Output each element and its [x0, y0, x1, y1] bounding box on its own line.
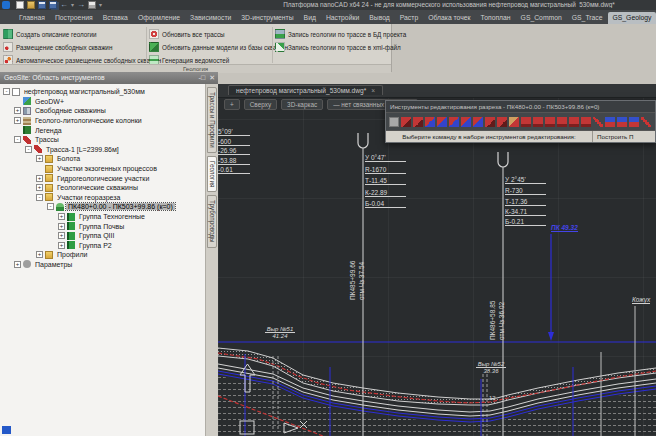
pin-icon[interactable]: -□	[199, 72, 206, 84]
expander[interactable]: -	[25, 146, 32, 153]
undo-icon[interactable]: ←	[60, 1, 68, 9]
expander[interactable]: +	[36, 251, 43, 258]
edit-tool-icon[interactable]	[449, 117, 459, 127]
side-tab-pipelines[interactable]: Трубопроводы	[207, 195, 217, 248]
expander[interactable]: +	[36, 184, 43, 191]
expander[interactable]: +	[58, 223, 65, 230]
tab-vstavka[interactable]: Вставка	[98, 12, 133, 24]
qat-dropdown-icon[interactable]: ▾	[99, 1, 102, 9]
expander[interactable]: -	[3, 88, 10, 95]
view-direction-button[interactable]: Сверху	[244, 99, 277, 110]
edit-tool-icon[interactable]	[497, 117, 507, 127]
print-icon[interactable]	[88, 1, 96, 9]
redo-icon[interactable]: →	[77, 1, 85, 9]
expander[interactable]: +	[58, 232, 65, 239]
tree-item-litho-columns[interactable]: +Геолого-литологические колонки	[0, 116, 205, 126]
edit-tool-icon[interactable]	[413, 117, 423, 127]
tab-zavisimosti[interactable]: Зависимости	[185, 12, 236, 24]
section-edit-tools-palette[interactable]: Инструменты редактирования разреза - ПК4…	[385, 100, 656, 143]
edit-tool-icon[interactable]	[473, 117, 483, 127]
write-geology-to-xml-button[interactable]: Запись геологии по трассе в xml-файл	[275, 42, 401, 52]
edit-tool-icon[interactable]	[605, 117, 615, 127]
tree-item-free-wells[interactable]: +Свободные скважины	[0, 106, 205, 116]
undo-caret-icon[interactable]: ▾	[71, 1, 74, 9]
tab-glavnaya[interactable]: Главная	[14, 12, 50, 24]
close-icon[interactable]: ✕	[209, 72, 215, 84]
tab-rastr[interactable]: Растр	[395, 12, 423, 24]
edit-tool-icon[interactable]	[533, 117, 543, 127]
add-view-button[interactable]: +	[224, 99, 240, 110]
expander[interactable]: +	[14, 107, 21, 114]
edit-tool-icon[interactable]	[629, 117, 639, 127]
tab-postroeniya[interactable]: Построения	[50, 12, 98, 24]
edit-tool-icon[interactable]	[593, 117, 603, 127]
visual-style-button[interactable]: 3D-каркас	[281, 99, 323, 110]
tree-item-geological-wells[interactable]: +Геологические скважины	[0, 183, 205, 193]
tree-item-legend[interactable]: Легенда	[0, 125, 205, 135]
expander[interactable]: +	[36, 155, 43, 162]
create-geology-description-button[interactable]: Создать описание геологии	[3, 29, 97, 39]
edit-tool-icon[interactable]	[521, 117, 531, 127]
expander[interactable]: -	[36, 194, 43, 201]
palette-build-button[interactable]: Построить П	[592, 131, 655, 142]
save-icon[interactable]	[38, 1, 46, 9]
write-geology-to-project-db-button[interactable]: Запись геологии по трассе в БД проекта	[275, 29, 406, 39]
tree-item-traces[interactable]: -Трассы	[0, 135, 205, 145]
tree-item-profiles[interactable]: +Профили	[0, 250, 205, 260]
edit-tool-icon[interactable]	[437, 117, 447, 127]
tree-item-group-tehnogennye[interactable]: +Группа Техногенные	[0, 212, 205, 222]
expander[interactable]: +	[14, 261, 21, 268]
tab-gs-geology[interactable]: GS_Geology	[608, 12, 656, 24]
edit-tool-icon[interactable]	[425, 117, 435, 127]
tab-topoplan[interactable]: Топоплан	[476, 12, 516, 24]
tab-gs-common[interactable]: GS_Common	[516, 12, 567, 24]
update-all-traces-button[interactable]: Обновить все трассы	[149, 29, 225, 39]
update-model-from-well-db-button[interactable]: Обновить данные модели из базы скважин	[149, 42, 288, 52]
tree-item-trace-1[interactable]: -Трасса-1 [L=2399.86м]	[0, 145, 205, 155]
edit-tool-icon[interactable]	[401, 117, 411, 127]
tree-item-exogenous[interactable]: Участки экзогенных процессов	[0, 164, 205, 174]
tab-gs-trace[interactable]: GS_Trace	[567, 12, 608, 24]
edit-tool-icon[interactable]	[509, 117, 519, 127]
edit-tool-icon[interactable]	[617, 117, 627, 127]
status-icon[interactable]	[2, 426, 11, 434]
side-tab-geology[interactable]: Геология	[207, 156, 217, 192]
tab-oblaka-tochek[interactable]: Облака точек	[423, 12, 475, 24]
edit-tool-icon[interactable]	[485, 117, 495, 127]
tab-vyvod[interactable]: Вывод	[364, 12, 395, 24]
palette-handle-icon[interactable]	[389, 117, 399, 127]
open-file-icon[interactable]	[27, 1, 35, 9]
tree-item-group-pochvy[interactable]: +Группа Почвы	[0, 221, 205, 231]
side-tab-traces-profiles[interactable]: Трассы и Профили	[207, 87, 217, 153]
save-all-icon[interactable]	[49, 1, 57, 9]
tree-item-swamps[interactable]: +Болота	[0, 154, 205, 164]
tab-oformlenie[interactable]: Оформление	[133, 12, 185, 24]
edit-tool-icon[interactable]	[641, 117, 651, 127]
tree-item-pk480-section[interactable]: -ПК480+0.00 - ПК503+99.86 (к=0)	[0, 202, 205, 212]
edit-tool-icon[interactable]	[581, 117, 591, 127]
tree-item-parameters[interactable]: +Параметры	[0, 260, 205, 270]
tab-nastroyki[interactable]: Настройки	[321, 12, 364, 24]
tab-3d-instrumenty[interactable]: 3D-инструменты	[236, 12, 298, 24]
edit-tool-icon[interactable]	[557, 117, 567, 127]
tab-close-icon[interactable]: ×	[371, 87, 375, 94]
tree-item-group-qiii[interactable]: +Группа QIII	[0, 231, 205, 241]
edit-tool-icon[interactable]	[569, 117, 579, 127]
tree-item-root[interactable]: -нефтепровод магистральный_530мм	[0, 87, 205, 97]
edit-tool-icon[interactable]	[545, 117, 555, 127]
tree-item-group-p2[interactable]: +Группа P2	[0, 241, 205, 251]
geosite-panel-header[interactable]: GeoSite: Область инструментов -□ ✕	[0, 72, 218, 84]
document-tab[interactable]: нефтепровод магистральный_530мм.dwg* ×	[228, 85, 383, 95]
new-file-icon[interactable]	[16, 1, 24, 9]
tree-item-georazrez-sections[interactable]: -Участки георазреза	[0, 193, 205, 203]
palette-title-bar[interactable]: Инструменты редактирования разреза - ПК4…	[386, 101, 655, 113]
edit-tool-icon[interactable]	[461, 117, 471, 127]
tree-item-hydrogeological[interactable]: +Гидрогеологические участки	[0, 173, 205, 183]
tab-vid[interactable]: Вид	[299, 12, 321, 24]
place-free-wells-button[interactable]: Размещение свободных скважин	[3, 42, 112, 52]
expander[interactable]: +	[58, 213, 65, 220]
expander[interactable]: +	[58, 242, 65, 249]
tree-item-geodw[interactable]: GeoDW+	[0, 97, 205, 107]
expander[interactable]: -	[14, 136, 21, 143]
expander[interactable]: -	[47, 203, 54, 210]
